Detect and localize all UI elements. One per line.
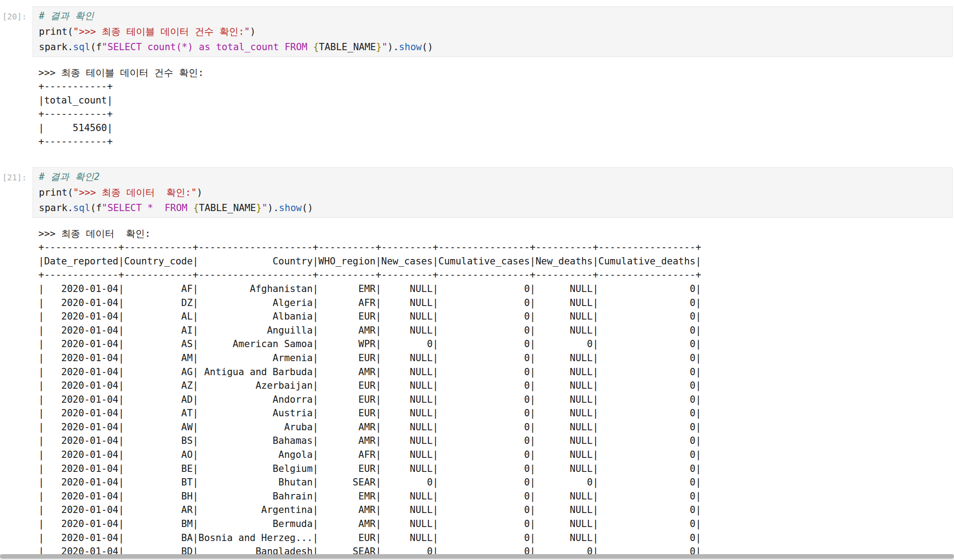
code-cell: [21]:# 결과 확인2 print(">>> 최종 데이터 확인:") sp…: [0, 167, 954, 559]
code-token-brc: {: [193, 202, 199, 213]
code-token-brc: }: [376, 42, 382, 52]
code-editor[interactable]: # 결과 확인 print(">>> 최종 테이블 데이터 건수 확인:") s…: [33, 6, 953, 57]
code-token-pln: spark.: [39, 202, 73, 213]
code-token-brc: {: [313, 42, 319, 52]
code-token-str: ">>> 최종 테이블 데이터 건수 확인:": [73, 26, 250, 37]
code-token-pln: ): [197, 187, 202, 198]
code-token-fn: show: [399, 42, 422, 52]
code-token-pln: TABLE_NAME: [319, 42, 376, 52]
code-token-sql: "SELECT count(*) as total_count FROM: [102, 42, 313, 52]
code-token-pln: spark.: [39, 42, 73, 52]
code-token-sql: ": [262, 202, 268, 213]
code-token-pln: ).: [268, 202, 279, 213]
code-token-pln: ): [250, 26, 256, 37]
code-token-pln: print(: [39, 187, 73, 198]
code-token-pln: (f: [90, 202, 102, 213]
code-token-fn: sql: [73, 202, 90, 213]
code-token-pln: TABLE_NAME: [199, 202, 256, 213]
code-cell: [20]:# 결과 확인 print(">>> 최종 테이블 데이터 건수 확인…: [0, 6, 954, 149]
code-token-brc: }: [256, 202, 262, 213]
cell-output: >>> 최종 테이블 데이터 건수 확인: +-----------+ |tot…: [33, 66, 954, 149]
code-text: # 결과 확인2 print(">>> 최종 데이터 확인:") spark.s…: [39, 169, 947, 216]
code-token-com: # 결과 확인2: [39, 171, 100, 182]
notebook-page: [20]:# 결과 확인 print(">>> 최종 테이블 데이터 건수 확인…: [0, 0, 954, 560]
code-token-com: # 결과 확인: [39, 10, 94, 21]
code-token-fn: show: [279, 202, 302, 213]
code-token-pln: (): [302, 202, 313, 213]
horizontal-scrollbar[interactable]: [0, 554, 954, 560]
cell-output: >>> 최종 데이터 확인: +-------------+----------…: [33, 227, 954, 559]
cell-list: [20]:# 결과 확인 print(">>> 최종 테이블 데이터 건수 확인…: [0, 0, 954, 559]
code-text: # 결과 확인 print(">>> 최종 테이블 데이터 건수 확인:") s…: [39, 8, 947, 55]
code-token-pln: ).: [387, 42, 399, 52]
code-token-pln: (f: [90, 42, 102, 52]
execution-count: [21]:: [0, 167, 33, 182]
code-token-sql: "SELECT * FROM: [102, 202, 193, 213]
horizontal-scrollbar-thumb[interactable]: [0, 554, 954, 559]
code-token-str: ">>> 최종 데이터 확인:": [73, 187, 197, 198]
code-token-fn: sql: [73, 42, 90, 52]
execution-count: [20]:: [0, 6, 33, 21]
code-token-sql: ": [382, 42, 388, 52]
code-token-pln: (): [422, 42, 433, 52]
code-token-pln: print(: [39, 26, 73, 37]
code-editor[interactable]: # 결과 확인2 print(">>> 최종 데이터 확인:") spark.s…: [33, 167, 953, 218]
